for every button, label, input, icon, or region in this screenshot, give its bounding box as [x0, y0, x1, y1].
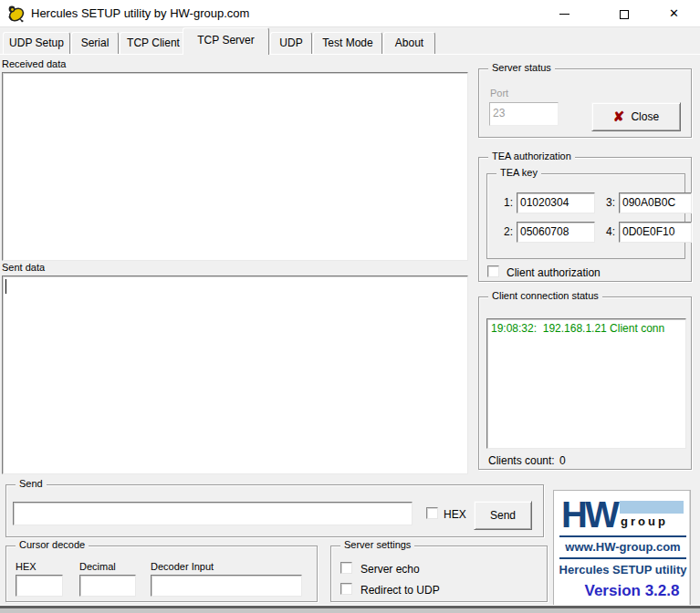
tea-key-1-field[interactable]: 01020304: [517, 192, 595, 213]
tab-tcp-server[interactable]: TCP Server: [183, 27, 269, 55]
title-bar: Hercules SETUP utility by HW-group.com ✕: [0, 0, 700, 27]
tea-key-4-field[interactable]: 0D0E0F10: [619, 222, 692, 243]
decoder-input-label: Decoder Input: [151, 561, 214, 572]
tab-tcp-client[interactable]: TCP Client: [120, 32, 187, 54]
send-legend: Send: [16, 478, 47, 489]
tab-bar: UDP Setup Serial TCP Client TCP Server U…: [0, 27, 700, 55]
maximize-button[interactable]: [603, 0, 644, 27]
client-connection-log[interactable]: 19:08:32: 192.168.1.21 Client conn: [486, 318, 686, 449]
cursor-decimal-label: Decimal: [79, 561, 116, 572]
close-server-label: Close: [631, 110, 659, 123]
hex-checkbox[interactable]: [426, 507, 438, 519]
server-settings-legend: Server settings: [340, 539, 414, 550]
tea-key-group: TEA key 1: 01020304 3: 090A0B0C 2: 05060…: [486, 173, 685, 259]
cursor-hex-label: HEX: [16, 561, 37, 572]
tab-udp[interactable]: UDP: [270, 32, 312, 54]
hw-logo-text: HW: [561, 494, 617, 535]
tea-key-2-field[interactable]: 05060708: [517, 222, 595, 243]
tab-test-mode[interactable]: Test Mode: [313, 32, 382, 54]
send-input[interactable]: [13, 502, 413, 525]
minimize-button[interactable]: [544, 0, 585, 27]
tea-key-3-field[interactable]: 090A0B0C: [619, 192, 692, 213]
server-status-group: Server status Port 23 ✘Close: [478, 68, 692, 138]
tab-panel-edge: [0, 54, 700, 55]
tea-authorization-legend: TEA authorization: [488, 151, 575, 161]
tab-about[interactable]: About: [383, 32, 435, 54]
received-data-area[interactable]: [2, 72, 468, 261]
clients-count-value: 0: [559, 454, 566, 467]
send-group: Send HEX Send: [5, 484, 544, 537]
tea-key-legend: TEA key: [496, 167, 541, 178]
sent-data-area[interactable]: [2, 275, 468, 474]
server-status-legend: Server status: [488, 62, 555, 73]
hw-divider-top: [559, 535, 686, 537]
port-field[interactable]: 23: [489, 102, 559, 126]
hw-logo-group-text: group: [621, 514, 668, 528]
hw-version: Version 3.2.8: [572, 582, 692, 600]
hw-app-name: Hercules SETUP utility: [554, 563, 692, 577]
tea-key-1-label: 1:: [504, 196, 513, 209]
server-settings-group: Server settings Server echo Redirect to …: [330, 545, 548, 602]
client-connection-status-group: Client connection status 19:08:32: 192.1…: [478, 296, 692, 470]
hw-group-logo-panel[interactable]: HW group www.HW-group.com Hercules SETUP…: [553, 490, 691, 608]
tea-key-2-value: 05060708: [520, 225, 569, 238]
client-authorization-checkbox[interactable]: [487, 265, 499, 277]
send-button-label: Send: [490, 509, 516, 522]
bottom-fill: [0, 608, 700, 613]
minimize-icon: [559, 14, 569, 15]
tea-key-2-label: 2:: [504, 225, 513, 238]
maximize-icon: [620, 10, 629, 19]
close-window-button[interactable]: ✕: [653, 0, 695, 27]
tea-key-4-label: 4:: [606, 225, 615, 238]
window-title: Hercules SETUP utility by HW-group.com: [31, 6, 249, 20]
send-input-field[interactable]: [14, 503, 408, 523]
tea-key-3-label: 3:: [606, 196, 615, 209]
redirect-to-udp-label: Redirect to UDP: [360, 584, 440, 597]
app-icon: [6, 4, 26, 24]
tab-udp-setup[interactable]: UDP Setup: [3, 32, 70, 54]
hw-divider-bottom: [559, 557, 686, 559]
received-data-label: Received data: [2, 58, 66, 69]
tea-key-3-value: 090A0B0C: [622, 196, 675, 209]
port-label: Port: [490, 88, 508, 99]
close-icon: ✕: [669, 6, 679, 20]
cursor-decode-group: Cursor decode HEX Decimal Decoder Input: [5, 545, 318, 602]
clients-count-label: Clients count:: [488, 454, 555, 467]
text-caret: [5, 279, 6, 294]
close-x-icon: ✘: [613, 109, 625, 124]
decoder-input-field[interactable]: [151, 575, 302, 597]
close-server-button[interactable]: ✘Close: [591, 102, 681, 131]
tea-authorization-group: TEA authorization TEA key 1: 01020304 3:…: [478, 157, 692, 282]
cursor-decode-legend: Cursor decode: [16, 539, 89, 550]
client-authorization-label: Client authorization: [507, 266, 601, 279]
client-connection-status-legend: Client connection status: [488, 290, 602, 301]
sent-data-label: Sent data: [2, 262, 45, 273]
hex-checkbox-label: HEX: [444, 508, 466, 521]
tea-key-4-value: 0D0E0F10: [622, 225, 674, 238]
redirect-to-udp-checkbox[interactable]: [340, 583, 352, 595]
cursor-decimal-field[interactable]: [79, 575, 136, 597]
tea-key-1-value: 01020304: [520, 196, 569, 209]
hw-logo-bar: [620, 501, 684, 514]
send-button[interactable]: Send: [474, 501, 532, 530]
hw-website-link[interactable]: www.HW-group.com: [554, 540, 692, 554]
tab-serial[interactable]: Serial: [71, 32, 119, 54]
client-connection-log-line: 19:08:32: 192.168.1.21 Client conn: [491, 322, 664, 335]
server-echo-checkbox[interactable]: [340, 562, 352, 574]
cursor-hex-field[interactable]: [16, 575, 63, 597]
port-value: 23: [493, 107, 505, 119]
server-echo-label: Server echo: [360, 563, 420, 576]
